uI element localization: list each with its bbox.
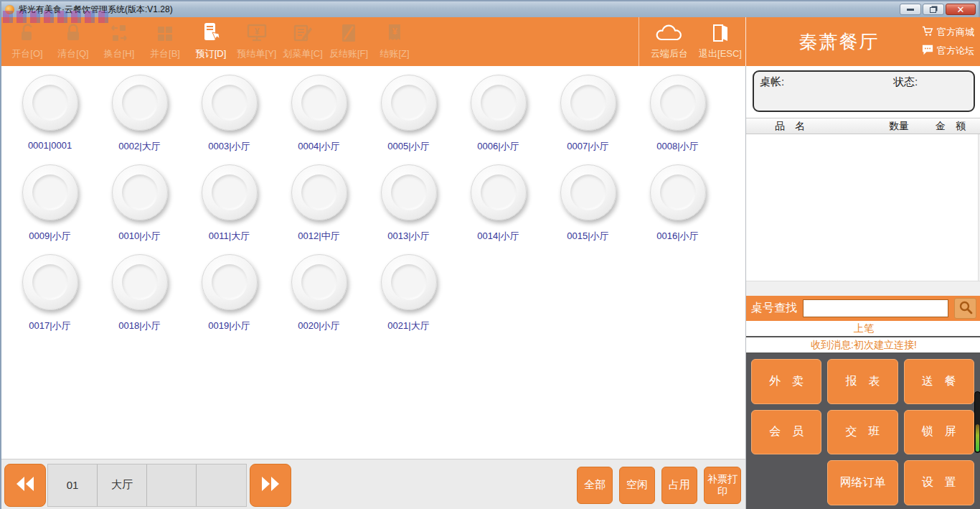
table-label: 0020|小厅 — [298, 319, 339, 332]
official-forum-link[interactable]: 官方论坛 — [922, 45, 974, 57]
table-item[interactable]: 0001|0001 — [5, 70, 95, 160]
table-item[interactable]: 0005|小厅 — [364, 70, 453, 160]
floor-tab[interactable]: 01 — [48, 464, 98, 506]
table-label: 0002|大厅 — [118, 140, 160, 153]
takeout-button[interactable]: 外 卖 — [751, 359, 821, 404]
exit-label: 退出[ESC] — [699, 47, 742, 60]
exit-button[interactable]: 退出[ESC] — [695, 17, 745, 66]
table-item[interactable]: 0003|小厅 — [184, 70, 274, 160]
last-record-link[interactable]: 上笔 — [746, 321, 980, 337]
table-search-input[interactable] — [803, 299, 948, 317]
clear-table-label: 清台[Q] — [57, 47, 88, 60]
next-page-button[interactable] — [250, 464, 291, 507]
table-account-label: 桌帐: — [760, 75, 893, 107]
open-table-button[interactable]: 开台[O] — [4, 17, 50, 66]
restore-button[interactable] — [923, 4, 944, 15]
lock-icon — [64, 23, 83, 43]
plate-icon[interactable] — [202, 164, 258, 220]
delivery-button[interactable]: 送 餐 — [904, 359, 974, 404]
table-item[interactable]: 0019|小厅 — [184, 250, 274, 340]
plate-icon[interactable] — [471, 164, 527, 220]
status-message: 收到消息:初次建立连接! — [746, 337, 980, 354]
plate-icon[interactable] — [650, 164, 706, 220]
plate-icon[interactable] — [202, 254, 258, 310]
table-item[interactable]: 0004|小厅 — [274, 70, 364, 160]
checkout-button[interactable]: ¥结账[Z] — [372, 17, 418, 66]
table-item[interactable]: 0016|小厅 — [633, 160, 722, 250]
minimize-button[interactable] — [900, 4, 921, 15]
network-order-button[interactable]: 网络订单 — [827, 460, 897, 505]
member-button[interactable]: 会 员 — [751, 410, 821, 455]
table-item[interactable]: 0012|中厅 — [274, 160, 364, 250]
plate-icon[interactable] — [22, 164, 78, 220]
official-mall-link[interactable]: 官方商城 — [922, 26, 974, 39]
table-item[interactable]: 0007|小厅 — [543, 70, 633, 160]
table-item[interactable]: 0013|小厅 — [364, 160, 453, 250]
plate-icon[interactable] — [22, 254, 78, 310]
plate-icon[interactable] — [560, 75, 616, 131]
panel-spacer — [751, 460, 821, 505]
prev-page-button[interactable] — [4, 464, 46, 507]
floor-tab[interactable] — [197, 464, 246, 506]
plate-icon[interactable] — [291, 254, 347, 310]
table-item[interactable]: 0018|小厅 — [95, 250, 184, 340]
filter-all-button[interactable]: 全部 — [577, 467, 613, 504]
booking-label: 预订[D] — [196, 47, 227, 60]
search-button[interactable] — [954, 298, 976, 319]
double-left-arrow-icon — [14, 475, 36, 495]
right-panel: 桌帐: 状态: 品 名数量金 额 桌号查找 上笔 收到消息:初次建立连接! 外 … — [745, 66, 980, 509]
order-columns-header: 品 名数量金 额 — [746, 118, 980, 134]
mark-dish-button[interactable]: 划菜单[C] — [280, 17, 326, 66]
plate-icon[interactable] — [650, 75, 706, 131]
floor-tab[interactable] — [147, 464, 197, 506]
report-button[interactable]: 报 表 — [827, 359, 897, 404]
plate-icon[interactable] — [381, 164, 437, 220]
table-label: 0012|中厅 — [298, 230, 339, 243]
restaurant-name: 秦萧餐厅 — [746, 29, 922, 55]
plate-icon[interactable] — [112, 254, 168, 310]
app-logo-icon — [4, 4, 15, 15]
plate-icon[interactable] — [471, 75, 527, 131]
plate-icon[interactable] — [381, 254, 437, 310]
table-item[interactable]: 0010|小厅 — [95, 160, 184, 250]
order-list — [746, 134, 980, 281]
plate-icon[interactable] — [291, 164, 347, 220]
merge-table-button[interactable]: 并台[B] — [142, 17, 188, 66]
plate-icon[interactable] — [381, 75, 437, 131]
table-item[interactable]: 0009|小厅 — [5, 160, 95, 250]
lock-screen-button[interactable]: 锁 屏 — [904, 410, 974, 455]
speech-bubble-icon — [922, 45, 933, 57]
plate-icon[interactable] — [202, 75, 258, 131]
floor-tab[interactable]: 大厅 — [98, 464, 147, 506]
pre-bill-button[interactable]: ¥预结单[Y] — [234, 17, 280, 66]
table-item[interactable]: 0011|大厅 — [184, 160, 274, 250]
table-item[interactable]: 0015|小厅 — [543, 160, 633, 250]
table-item[interactable]: 0020|小厅 — [274, 250, 364, 340]
filter-free-button[interactable]: 空闲 — [619, 467, 655, 504]
app-window: 紫光有美食·云餐饮管理系统(版本:V1.28) ✕ 开台[O]清台[Q]换台[H… — [0, 0, 980, 509]
plate-icon[interactable] — [112, 75, 168, 131]
table-item[interactable]: 0017|小厅 — [5, 250, 95, 340]
plate-icon[interactable] — [291, 75, 347, 131]
table-map-area: 0001|00010002|大厅0003|小厅0004|小厅0005|小厅000… — [1, 66, 745, 459]
plate-icon[interactable] — [22, 75, 78, 131]
shift-button[interactable]: 交 班 — [827, 410, 897, 455]
table-item[interactable]: 0014|小厅 — [453, 160, 543, 250]
table-item[interactable]: 0021|大厅 — [364, 250, 453, 340]
filter-occupied-button[interactable]: 占用 — [661, 467, 697, 504]
booking-button[interactable]: 预订[D] — [188, 17, 234, 66]
close-button[interactable]: ✕ — [946, 4, 976, 15]
plate-icon[interactable] — [112, 164, 168, 220]
table-item[interactable]: 0006|小厅 — [453, 70, 543, 160]
cloud-backend-button[interactable]: 云端后台 — [644, 17, 695, 66]
filter-reprint-bill-button[interactable]: 补票打印 — [704, 467, 741, 504]
table-search-label: 桌号查找 — [751, 301, 797, 316]
clear-table-button[interactable]: 清台[Q] — [50, 17, 96, 66]
reverse-bill-button[interactable]: 反结账[F] — [326, 17, 372, 66]
status-label: 状态: — [893, 75, 918, 107]
change-table-button[interactable]: 换台[H] — [96, 17, 142, 66]
table-item[interactable]: 0002|大厅 — [95, 70, 184, 160]
table-item[interactable]: 0008|小厅 — [633, 70, 722, 160]
plate-icon[interactable] — [560, 164, 616, 220]
settings-button[interactable]: 设 置 — [904, 460, 974, 505]
